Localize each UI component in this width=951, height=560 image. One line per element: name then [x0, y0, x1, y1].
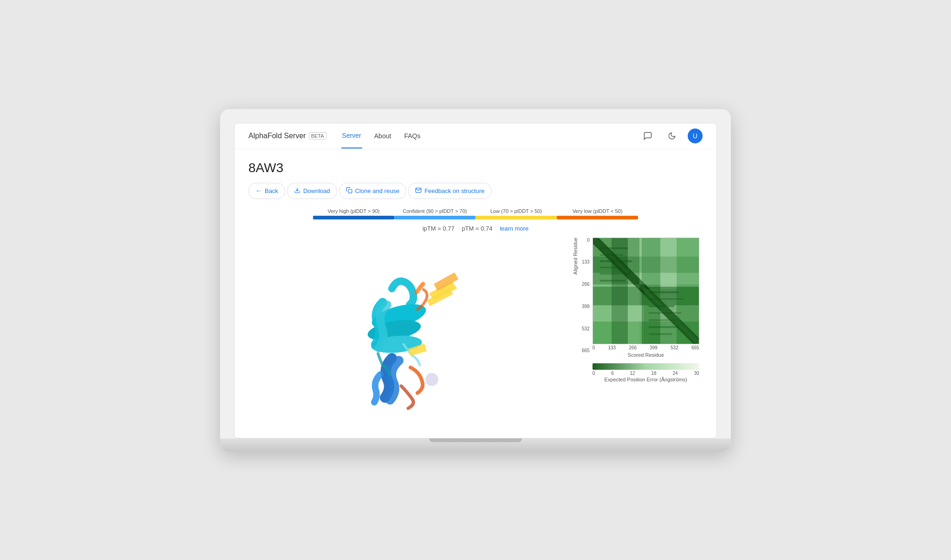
navbar: AlphaFold Server BETA Server About FAQs [234, 123, 717, 149]
nav-server[interactable]: Server [341, 123, 362, 148]
clone-icon [346, 187, 352, 195]
clone-button[interactable]: Clone and reuse [339, 183, 406, 199]
iptm-value: ipTM = 0.77 [423, 225, 455, 232]
clone-label: Clone and reuse [355, 187, 399, 194]
download-button[interactable]: Download [287, 183, 337, 199]
learn-more-link[interactable]: learn more [500, 225, 528, 232]
nav-about[interactable]: About [373, 124, 392, 148]
conf-color-3 [557, 216, 638, 219]
main-content: 8AW3 ← Back Download [234, 149, 717, 425]
svg-rect-30 [649, 291, 679, 293]
confidence-legend: Very high (plDDT > 90) Confident (90 > p… [248, 208, 703, 232]
feedback-structure-icon [415, 187, 422, 195]
pae-cb-5: 30 [694, 371, 699, 376]
confidence-very-high: Very high (plDDT > 90) [313, 208, 394, 219]
pae-x-labels: 0 133 266 399 532 665 [593, 345, 699, 350]
svg-rect-25 [600, 254, 623, 256]
conf-color-2 [476, 216, 557, 219]
feedback-structure-label: Feedback on structure [424, 187, 484, 194]
pae-colorbar: 0 6 12 18 24 30 Expected Position Error … [593, 363, 699, 382]
beta-badge: BETA [309, 132, 326, 140]
feedback-structure-button[interactable]: Feedback on structure [408, 183, 491, 199]
svg-rect-26 [600, 260, 632, 262]
back-label: Back [265, 187, 278, 194]
back-button[interactable]: ← Back [248, 183, 285, 199]
svg-rect-28 [600, 273, 630, 275]
download-label: Download [303, 187, 330, 194]
nav-links: Server About FAQs [341, 123, 422, 148]
conf-label-2: Low (70 > plDDT > 50) [490, 208, 542, 214]
pae-y-3: 399 [582, 304, 590, 309]
pae-cb-1: 6 [611, 371, 614, 376]
pae-matrix [593, 238, 699, 344]
ptm-value: pTM = 0.74 [462, 225, 492, 232]
pae-colorbar-title: Expected Position Error (Ångströms) [593, 377, 699, 382]
pae-x-3: 399 [650, 345, 658, 350]
action-bar: ← Back Download [248, 183, 703, 199]
pae-x-1: 133 [608, 345, 616, 350]
user-avatar[interactable]: U [688, 129, 703, 143]
app-name: AlphaFold Server [248, 132, 306, 140]
pae-x-2: 266 [629, 345, 637, 350]
confidence-bars: Very high (plDDT > 90) Confident (90 > p… [313, 208, 638, 219]
protein-3d-model [327, 238, 476, 414]
cursor-indicator [425, 373, 438, 386]
pae-y-1: 133 [582, 259, 590, 264]
pae-x-0: 0 [593, 345, 595, 350]
svg-rect-31 [649, 298, 684, 300]
conf-color-1 [394, 216, 476, 219]
svg-rect-24 [600, 247, 628, 249]
pae-x-5: 665 [691, 345, 699, 350]
svg-rect-1 [348, 189, 352, 193]
download-icon [294, 187, 300, 195]
feedback-icon[interactable] [639, 128, 656, 144]
pae-y-0: 0 [587, 238, 590, 243]
back-icon: ← [255, 187, 262, 194]
svg-rect-35 [649, 326, 679, 328]
confidence-confident: Confident (90 > plDDT > 70) [394, 208, 476, 219]
svg-rect-27 [600, 267, 621, 268]
protein-viewer[interactable] [248, 238, 554, 414]
pae-cb-2: 12 [630, 371, 635, 376]
pae-x-4: 532 [671, 345, 678, 350]
protein-svg [327, 238, 476, 414]
svg-rect-33 [649, 312, 681, 314]
pae-cb-3: 18 [651, 371, 657, 376]
pae-y-2: 266 [582, 282, 590, 287]
conf-label-0: Very high (plDDT > 90) [328, 208, 380, 214]
svg-rect-21 [644, 289, 699, 344]
pae-y-4: 532 [582, 326, 590, 331]
pae-cb-4: 24 [673, 371, 678, 376]
conf-label-1: Confident (90 > plDDT > 70) [403, 208, 467, 214]
conf-color-0 [313, 216, 394, 219]
confidence-very-low: Very low (plDDT < 50) [557, 208, 638, 219]
pae-colorbar-labels: 0 6 12 18 24 30 [593, 371, 699, 376]
nav-actions: U [639, 128, 703, 144]
pae-cb-0: 0 [593, 371, 595, 376]
svg-rect-36 [649, 333, 672, 335]
pae-chart-container: Aligned Residue 0 133 266 399 532 665 [573, 238, 703, 382]
nav-faqs[interactable]: FAQs [403, 124, 421, 148]
pae-y-5: 665 [582, 348, 590, 353]
pae-y-axis-title: Aligned Residue [573, 238, 578, 275]
app-logo: AlphaFold Server BETA [248, 132, 326, 140]
svg-rect-22 [639, 238, 699, 284]
svg-rect-32 [649, 305, 674, 307]
svg-rect-23 [593, 284, 639, 344]
pae-x-axis-title: Scored Residue [593, 352, 699, 358]
svg-rect-34 [649, 319, 677, 321]
svg-rect-29 [600, 280, 625, 282]
page-title: 8AW3 [248, 161, 703, 175]
pae-heatmap-svg [593, 238, 699, 344]
pae-colorbar-gradient [593, 363, 699, 370]
confidence-low: Low (70 > plDDT > 50) [476, 208, 557, 219]
darkmode-icon[interactable] [664, 128, 680, 144]
confidence-metrics: ipTM = 0.77 pTM = 0.74 learn more [423, 225, 529, 232]
visualization-area: Aligned Residue 0 133 266 399 532 665 [248, 238, 703, 414]
conf-label-3: Very low (plDDT < 50) [573, 208, 623, 214]
